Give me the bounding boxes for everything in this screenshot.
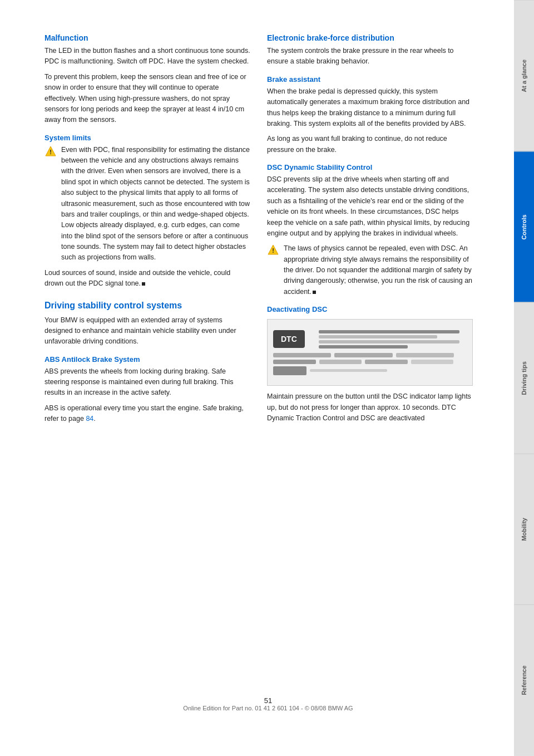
dtc-line-4	[319, 345, 408, 348]
dsc-end-mark-icon	[313, 291, 316, 294]
tab-controls[interactable]: Controls	[514, 151, 534, 303]
dtc-mid2-4	[411, 360, 454, 364]
dtc-mid-3	[396, 353, 454, 357]
tab-at-a-glance[interactable]: At a glance	[514, 0, 534, 151]
dtc-mid2-1	[273, 360, 316, 364]
malfunction-para1: The LED in the button flashes and a shor…	[44, 46, 250, 67]
dtc-bottom-row	[273, 366, 467, 375]
dtc-mid2-2	[319, 360, 362, 364]
dtc-line-3	[319, 340, 459, 343]
tab-mobility[interactable]: Mobility	[514, 454, 534, 605]
dtc-panel: DTC	[273, 330, 467, 375]
dtc-mid-1	[273, 353, 331, 357]
dtc-mid-row	[273, 353, 467, 357]
dsc-section: DSC Dynamic Stability Control DSC preven…	[267, 163, 473, 297]
svg-text:!: !	[50, 149, 52, 155]
tab-driving-tips-label: Driving tips	[521, 361, 527, 395]
driving-stability-section: Driving stability control systems Your B…	[44, 301, 250, 347]
tab-reference-label: Reference	[521, 666, 527, 695]
system-limits-title: System limits	[44, 134, 250, 142]
malfunction-title: Malfunction	[44, 33, 250, 42]
abs-title: ABS Antilock Brake System	[44, 355, 250, 364]
abs-section: ABS Antilock Brake System ABS prevents t…	[44, 355, 250, 425]
tab-at-a-glance-label: At a glance	[521, 60, 527, 92]
dtc-mid2-3	[365, 360, 408, 364]
page-footer: 51 Online Edition for Part no. 01 41 2 6…	[44, 691, 492, 723]
dsc-para: DSC prevents slip at the drive wheels wh…	[267, 174, 473, 239]
sidebar-tabs: At a glance Controls Driving tips Mobili…	[514, 0, 534, 756]
loud-sources-text: Loud sources of sound, inside and outsid…	[44, 268, 250, 289]
driving-stability-para: Your BMW is equipped with an extended ar…	[44, 315, 250, 347]
dtc-grid-lines	[319, 330, 467, 348]
dtc-bottom-line	[310, 369, 387, 372]
dtc-line-2	[319, 335, 437, 338]
dtc-mid-row2	[273, 360, 467, 364]
dsc-warning-triangle-icon: !	[267, 244, 279, 256]
brake-assistant-para2: As long as you want full braking to cont…	[267, 134, 473, 155]
tab-reference[interactable]: Reference	[514, 605, 534, 756]
system-limits-warning: ! Even with PDC, final responsibility fo…	[44, 145, 250, 263]
abs-para1: ABS prevents the wheels from locking dur…	[44, 366, 250, 399]
electronic-brake-title: Electronic brake-force distribution	[267, 33, 473, 42]
brake-assistant-section: Brake assistant When the brake pedal is …	[267, 75, 473, 155]
dsc-warning: ! The laws of physics cannot be repealed…	[267, 243, 473, 297]
driving-stability-title: Driving stability control systems	[44, 301, 250, 311]
dsc-warning-text: The laws of physics cannot be repealed, …	[284, 243, 473, 297]
deactivating-dsc-para: Maintain pressure on the button until th…	[267, 391, 473, 424]
warning-triangle-icon: !	[44, 145, 57, 158]
abs-para2: ABS is operational every time you start …	[44, 403, 250, 425]
dtc-mid-2	[334, 353, 392, 357]
abs-page-link[interactable]: 84	[86, 415, 93, 423]
malfunction-section: Malfunction The LED in the button flashe…	[44, 33, 250, 126]
malfunction-para2: To prevent this problem, keep the sensor…	[44, 72, 250, 126]
left-column: Malfunction The LED in the button flashe…	[44, 33, 250, 680]
dtc-line-1	[319, 330, 459, 333]
tab-mobility-label: Mobility	[521, 518, 527, 541]
deactivating-dsc-title: Deactivating DSC	[267, 305, 473, 313]
end-mark-icon	[142, 282, 145, 286]
tab-driving-tips[interactable]: Driving tips	[514, 302, 534, 454]
electronic-brake-para: The system controls the brake pressure i…	[267, 46, 473, 67]
system-limits-warning-text: Even with PDC, final responsibility for …	[61, 145, 250, 263]
page-number: 51	[264, 696, 272, 705]
svg-text:!: !	[272, 247, 274, 254]
tab-controls-label: Controls	[521, 214, 527, 239]
dtc-top-row: DTC	[273, 330, 467, 348]
brake-assistant-para1: When the brake pedal is depressed quickl…	[267, 86, 473, 130]
dsc-title: DSC Dynamic Stability Control	[267, 163, 473, 171]
deactivating-dsc-section: Deactivating DSC DTC	[267, 305, 473, 424]
dtc-button-label: DTC	[273, 330, 305, 348]
brake-assistant-title: Brake assistant	[267, 75, 473, 84]
right-column: Electronic brake-force distribution The …	[267, 33, 473, 680]
dtc-image: DTC	[267, 319, 473, 386]
footer-text: Online Edition for Part no. 01 41 2 601 …	[183, 705, 353, 711]
electronic-brake-section: Electronic brake-force distribution The …	[267, 33, 473, 67]
system-limits-section: System limits ! Even with PDC, final res…	[44, 134, 250, 289]
dtc-bottom-box	[273, 366, 306, 375]
